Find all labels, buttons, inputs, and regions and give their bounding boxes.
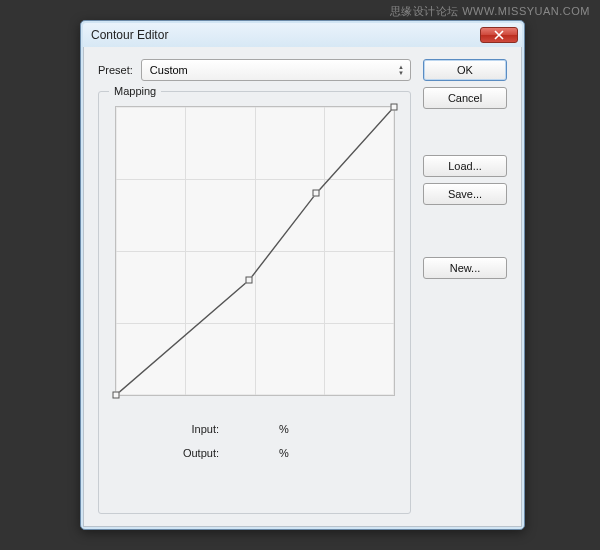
- curve-node[interactable]: [312, 190, 319, 197]
- preset-label: Preset:: [98, 64, 133, 76]
- ok-button[interactable]: OK: [423, 59, 507, 81]
- curve-line: [116, 107, 394, 395]
- preset-value: Custom: [150, 64, 188, 76]
- right-column: OK Cancel Load... Save... New...: [423, 59, 507, 514]
- output-row: Output: %: [109, 444, 400, 462]
- load-button[interactable]: Load...: [423, 155, 507, 177]
- titlebar[interactable]: Contour Editor: [83, 23, 522, 47]
- new-button[interactable]: New...: [423, 257, 507, 279]
- dropdown-arrows-icon: ▲▼: [398, 65, 404, 76]
- output-field[interactable]: [225, 444, 273, 462]
- preset-row: Preset: Custom ▲▼: [98, 59, 411, 81]
- curve-node[interactable]: [245, 276, 252, 283]
- input-percent: %: [279, 423, 289, 435]
- curve-node[interactable]: [390, 104, 397, 111]
- cancel-button[interactable]: Cancel: [423, 87, 507, 109]
- contour-editor-dialog: Contour Editor Preset: Custom ▲▼ Mapping: [80, 20, 525, 530]
- dialog-title: Contour Editor: [91, 28, 168, 42]
- watermark-text: 思缘设计论坛 WWW.MISSYUAN.COM: [390, 4, 590, 19]
- curve-canvas[interactable]: [115, 106, 395, 396]
- mapping-fieldset: Mapping Input: %: [98, 91, 411, 514]
- input-field[interactable]: [225, 420, 273, 438]
- output-percent: %: [279, 447, 289, 459]
- input-row: Input: %: [109, 420, 400, 438]
- left-column: Preset: Custom ▲▼ Mapping: [98, 59, 411, 514]
- close-button[interactable]: [480, 27, 518, 43]
- close-icon: [494, 30, 504, 40]
- mapping-legend: Mapping: [109, 85, 161, 97]
- dialog-body: Preset: Custom ▲▼ Mapping: [83, 47, 522, 527]
- output-label: Output:: [169, 447, 219, 459]
- preset-dropdown[interactable]: Custom ▲▼: [141, 59, 411, 81]
- save-button[interactable]: Save...: [423, 183, 507, 205]
- curve-node[interactable]: [112, 392, 119, 399]
- input-label: Input:: [169, 423, 219, 435]
